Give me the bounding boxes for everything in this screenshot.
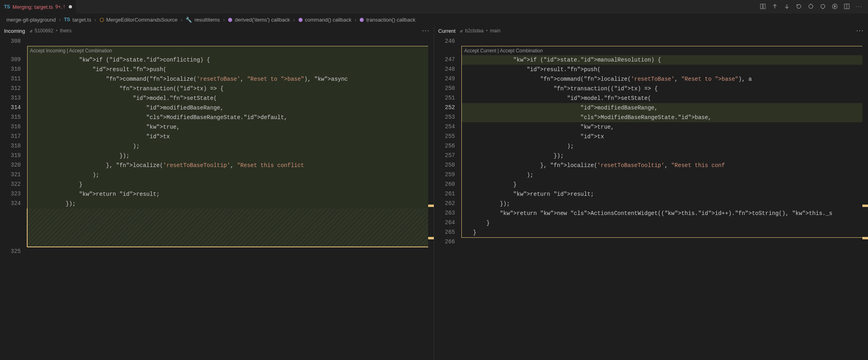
typescript-icon: TS [64,17,70,22]
svg-rect-0 [760,4,762,9]
incoming-editor[interactable]: 3083093103113123133143153163173183193203… [0,36,434,360]
branch-name: main [490,28,501,34]
code-content[interactable]: Accept Incoming | Accept Combination "kw… [28,36,434,257]
next-change-icon[interactable] [820,3,826,11]
code-line[interactable]: }); [28,199,433,209]
overview-ruler[interactable] [862,36,868,360]
overview-ruler[interactable] [428,36,434,360]
current-header: Current ⸙ b2cbdaa • main ··· [434,25,868,36]
chevron-right-icon: › [293,17,295,23]
more-actions-icon[interactable]: ··· [856,27,864,34]
codelens-bar: Accept Current | Accept Combination [462,46,868,55]
code-line[interactable]: }); [462,151,868,161]
code-line[interactable]: "fn">command("fn">localize('resetToBase'… [28,74,433,84]
unsaved-indicator-icon [69,5,72,8]
codelens-bar: Accept Incoming | Accept Combination [28,46,433,55]
code-line[interactable]: }); [28,151,433,161]
current-editor[interactable]: 2462472482492502512522532542552562572582… [434,36,868,360]
breadcrumb-file[interactable]: TStarget.ts [64,17,91,23]
code-line[interactable]: ); [462,141,868,151]
code-content[interactable]: Accept Current | Accept Combination "kw"… [462,36,868,247]
deleted-lines-placeholder [28,209,433,247]
separator: • [56,28,57,34]
tab-badge: 9+, ! [56,4,65,10]
more-actions-icon[interactable]: ··· [856,3,862,11]
breadcrumbs: merge-git-playground › TStarget.ts › ⬡Me… [0,14,868,25]
code-line[interactable]: } [28,180,433,189]
breadcrumb-class[interactable]: ⬡MergeEditorCommandsSource [100,17,178,23]
incoming-pane: Incoming ⸙ 5100692 • theirs ··· 30830931… [0,25,434,360]
code-line[interactable]: "id">model."fn">setState( [28,93,433,103]
separator: • [486,28,487,34]
symbol-class-icon: ⬡ [100,17,104,23]
code-line[interactable]: "id">result."fn">push( [28,65,433,74]
conflict-region: Accept Current | Accept Combination "kw"… [461,46,868,238]
svg-point-3 [821,4,825,8]
breadcrumb-callback[interactable]: ⬢derived('items') callback [228,17,290,23]
code-line[interactable]: "kw">if ("id">state."id">manualResolutio… [462,55,868,65]
pane-title: Current [438,28,455,34]
code-line[interactable]: "fn">transaction(("id">tx) => { [462,84,868,93]
codelens-action[interactable]: Accept Current [464,48,496,54]
code-line[interactable]: "id">tx [28,132,433,141]
run-icon[interactable] [832,3,838,11]
line-number-gutter: 2462472482492502512522532542552562572582… [434,36,462,247]
commit-info[interactable]: ⸙ b2cbdaa • main [460,28,500,34]
commit-hash: 5100692 [35,28,54,34]
code-line[interactable]: "fn">transaction(("id">tx) => { [28,84,433,93]
line-number-gutter: 3083093103113123133143153163173183193203… [0,36,28,256]
current-pane: Current ⸙ b2cbdaa • main ··· 24624724824… [434,25,868,360]
commit-hash: b2cbdaa [465,28,483,34]
code-line[interactable]: "id">modifiedBaseRange, [28,103,433,113]
code-line[interactable]: }, "fn">localize('resetToBaseTooltip', "… [28,161,433,170]
code-line[interactable]: "kw">true, [462,122,868,132]
chevron-right-icon: › [355,17,356,23]
code-line[interactable]: }); [462,199,868,209]
code-line[interactable]: ); [28,170,433,180]
code-line[interactable]: "kw">return "id">result; [462,189,868,199]
code-line[interactable]: } [462,218,868,228]
compare-changes-icon[interactable] [760,3,766,11]
code-line[interactable]: "id">model."fn">setState( [462,93,868,103]
breadcrumb-folder[interactable]: merge-git-playground [6,17,56,23]
code-line[interactable]: ); [28,141,433,151]
more-actions-icon[interactable]: ··· [422,27,430,34]
editor-tab[interactable]: TS Merging: target.ts 9+, ! [0,0,76,14]
code-line[interactable]: "id">tx [462,132,868,141]
symbol-field-icon: 🔧 [186,17,192,23]
code-line[interactable]: "fn">command("fn">localize('resetToBase'… [462,74,868,84]
code-line[interactable]: "kw">return "kw">new "cls">ActionsConten… [462,209,868,218]
prev-change-icon[interactable] [808,3,814,11]
codelens-action[interactable]: Accept Combination [500,48,543,54]
arrow-down-icon[interactable] [784,3,790,11]
code-line[interactable]: "id">result."fn">push( [462,65,868,74]
code-line[interactable]: } [462,228,868,237]
symbol-method-icon: ⬢ [359,17,364,23]
commit-info[interactable]: ⸙ 5100692 • theirs [30,28,72,34]
code-line[interactable]: "cls">ModifiedBaseRangeState."id">base, [462,113,868,122]
codelens-action[interactable]: Accept Incoming [30,48,66,54]
code-line[interactable]: } [462,180,868,189]
code-line[interactable]: "kw">return "id">result; [28,189,433,199]
arrow-up-icon[interactable] [772,3,778,11]
code-line[interactable]: ); [462,170,868,180]
typescript-icon: TS [4,4,10,10]
discard-icon[interactable] [796,3,802,11]
code-line[interactable]: "kw">true, [28,122,433,132]
code-line[interactable]: "kw">if ("id">state."id">conflicting) { [28,55,433,65]
git-commit-icon: ⸙ [460,28,463,34]
git-commit-icon: ⸙ [30,28,32,34]
breadcrumb-field[interactable]: 🔧resultItems [186,17,220,23]
merge-split-view: Incoming ⸙ 5100692 • theirs ··· 30830931… [0,25,868,360]
code-line[interactable]: "cls">ModifiedBaseRangeState."id">defaul… [28,113,433,122]
chevron-right-icon: › [59,17,61,23]
symbol-method-icon: ⬢ [298,17,303,23]
branch-name: theirs [60,28,72,34]
code-line[interactable]: "id">modifiedBaseRange, [462,103,868,113]
codelens-action[interactable]: Accept Combination [69,48,112,54]
pane-title: Incoming [4,28,25,34]
split-layout-icon[interactable] [844,3,850,11]
breadcrumb-callback[interactable]: ⬢transaction() callback [359,17,415,23]
code-line[interactable]: }, "fn">localize('resetToBaseTooltip', "… [462,161,868,170]
breadcrumb-callback[interactable]: ⬢command() callback [298,17,351,23]
